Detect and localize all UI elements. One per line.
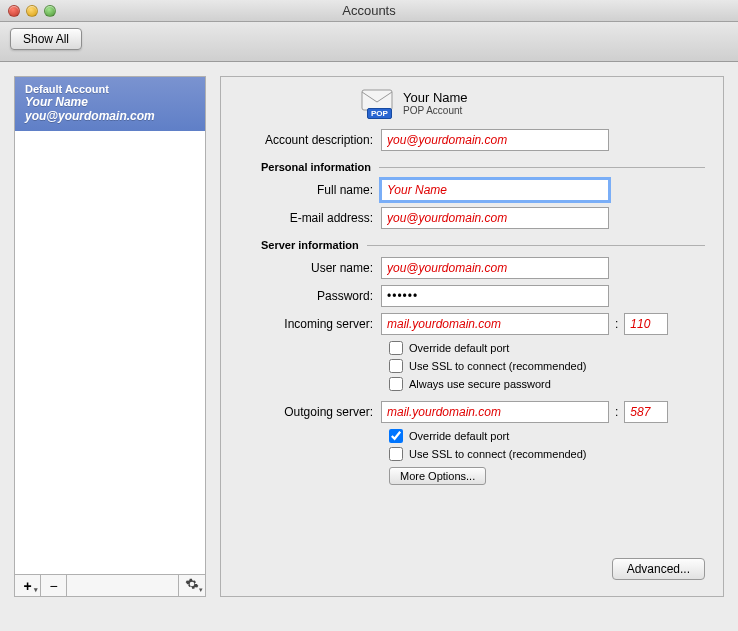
more-options-button[interactable]: More Options... [389, 467, 486, 485]
secure-password-label: Always use secure password [409, 378, 551, 390]
sidebar-account-selected[interactable]: Default Account Your Name you@yourdomain… [15, 77, 205, 131]
titlebar: Accounts [0, 0, 738, 22]
chevron-down-icon: ▾ [34, 586, 38, 594]
email-input[interactable] [381, 207, 609, 229]
email-label: E-mail address: [231, 211, 381, 225]
username-input[interactable] [381, 257, 609, 279]
pop-badge: POP [367, 108, 392, 119]
personal-info-heading: Personal information [231, 161, 379, 173]
sidebar-footer: + ▾ − ▾ [15, 574, 205, 596]
account-header-name: Your Name [403, 90, 468, 105]
outgoing-server-input[interactable] [381, 401, 609, 423]
remove-account-button[interactable]: − [41, 575, 67, 596]
incoming-ssl-checkbox[interactable] [389, 359, 403, 373]
outgoing-port-input[interactable] [624, 401, 668, 423]
password-input[interactable] [381, 285, 609, 307]
account-header: POP Your Name POP Account [361, 89, 705, 117]
accounts-sidebar: Default Account Your Name you@yourdomain… [14, 76, 206, 597]
server-info-divider: Server information [231, 239, 705, 251]
incoming-override-port-label: Override default port [409, 342, 509, 354]
close-icon[interactable] [8, 5, 20, 17]
show-all-button[interactable]: Show All [10, 28, 82, 50]
account-header-type: POP Account [403, 105, 468, 116]
toolbar: Show All [0, 22, 738, 62]
full-name-input[interactable] [381, 179, 609, 201]
outgoing-override-port-checkbox[interactable] [389, 429, 403, 443]
incoming-port-colon: : [609, 317, 624, 331]
secure-password-checkbox[interactable] [389, 377, 403, 391]
incoming-port-input[interactable] [624, 313, 668, 335]
outgoing-ssl-label: Use SSL to connect (recommended) [409, 448, 587, 460]
window-title: Accounts [0, 3, 738, 18]
account-details-panel: POP Your Name POP Account Account descri… [220, 76, 724, 597]
server-info-heading: Server information [231, 239, 367, 251]
full-name-label: Full name: [231, 183, 381, 197]
sidebar-empty [15, 131, 205, 574]
account-actions-button[interactable]: ▾ [179, 575, 205, 596]
minus-icon: − [49, 578, 57, 594]
advanced-button[interactable]: Advanced... [612, 558, 705, 580]
mail-icon: POP [361, 89, 393, 117]
incoming-override-port-checkbox[interactable] [389, 341, 403, 355]
outgoing-port-colon: : [609, 405, 624, 419]
sidebar-account-email: you@yourdomain.com [25, 109, 195, 123]
chevron-down-icon: ▾ [199, 586, 203, 594]
account-description-input[interactable] [381, 129, 609, 151]
incoming-server-label: Incoming server: [231, 317, 381, 331]
password-label: Password: [231, 289, 381, 303]
incoming-ssl-label: Use SSL to connect (recommended) [409, 360, 587, 372]
sidebar-footer-spacer [67, 575, 179, 596]
zoom-icon[interactable] [44, 5, 56, 17]
outgoing-ssl-checkbox[interactable] [389, 447, 403, 461]
username-label: User name: [231, 261, 381, 275]
sidebar-account-heading: Default Account [25, 83, 195, 95]
personal-info-divider: Personal information [231, 161, 705, 173]
sidebar-account-name: Your Name [25, 95, 195, 109]
account-description-label: Account description: [231, 133, 381, 147]
add-account-button[interactable]: + ▾ [15, 575, 41, 596]
window-controls [0, 5, 56, 17]
svg-rect-0 [362, 90, 392, 110]
incoming-server-input[interactable] [381, 313, 609, 335]
plus-icon: + [23, 578, 31, 594]
outgoing-server-label: Outgoing server: [231, 405, 381, 419]
gear-icon [185, 577, 199, 594]
outgoing-override-port-label: Override default port [409, 430, 509, 442]
minimize-icon[interactable] [26, 5, 38, 17]
